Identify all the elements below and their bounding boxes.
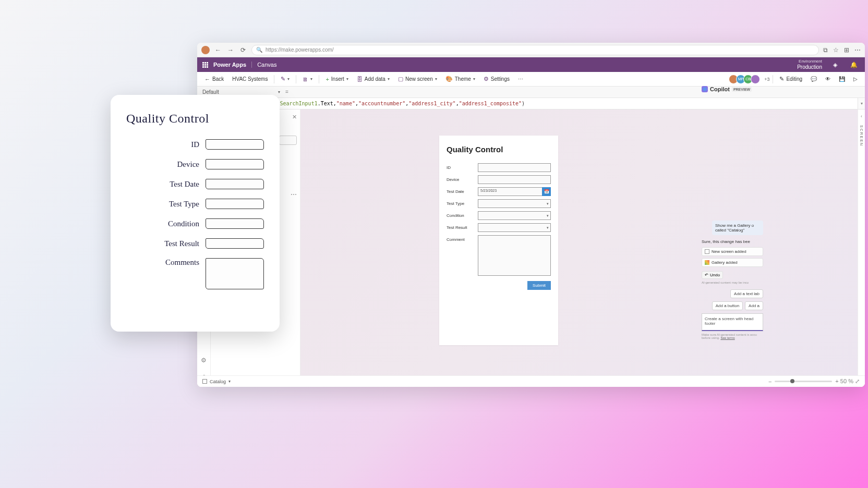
id-input[interactable] [478, 163, 551, 172]
see-terms-link[interactable]: See terms [720, 336, 734, 339]
expand-formula-icon[interactable]: ▾ [858, 98, 865, 109]
test-result-select[interactable]: ▾ [478, 223, 551, 232]
canvas[interactable]: Quality Control ID Device Test Date 5/23… [300, 109, 865, 375]
editing-mode[interactable]: ✎Editing [776, 72, 805, 86]
profile-avatar-icon[interactable] [201, 46, 210, 54]
refresh-icon[interactable]: ⟳ [239, 46, 247, 54]
file-name[interactable]: HVAC Systems [229, 72, 271, 86]
sketch-input [206, 218, 264, 229]
address-bar[interactable]: 🔍 https://make.powerapps.com/ [251, 45, 819, 55]
copilot-suggestions-2: Add a button Add a [702, 301, 763, 310]
comments-button[interactable]: 💬 [807, 72, 820, 86]
edit-button[interactable]: ✎▾ [278, 72, 293, 86]
publish-icon[interactable]: ◈ [829, 59, 841, 70]
condition-select[interactable]: ▾ [478, 211, 551, 220]
waffle-icon[interactable] [202, 62, 208, 68]
workspace: ⚙ ◐ ✕ ⋯ Quality Control ID Device Test D… [197, 109, 865, 387]
sketch-textarea [206, 258, 264, 289]
field-test-date: Test Date 5/23/2023 📅 [447, 187, 551, 196]
copilot-compose-input[interactable]: Create a screen with head footer [702, 313, 763, 331]
close-icon[interactable]: ✕ [292, 114, 297, 120]
field-device: Device [447, 175, 551, 184]
copilot-card-gallery[interactable]: Gallery added [702, 258, 763, 267]
insert-button[interactable]: +Insert▾ [322, 72, 351, 86]
submit-button[interactable]: Submit [527, 281, 551, 290]
arrow-left-icon: ← [204, 76, 210, 82]
device-input[interactable] [478, 175, 551, 184]
sketch-field-test-date: Test Date [126, 179, 264, 189]
field-comment: Comment [447, 235, 551, 276]
presence-avatars[interactable]: MP CB [731, 75, 760, 84]
calendar-icon[interactable]: 📅 [542, 187, 551, 196]
test-type-select[interactable]: ▾ [478, 199, 551, 208]
property-dropdown[interactable]: Default ▾ [202, 89, 283, 95]
save-button[interactable]: 💾 [836, 72, 848, 86]
formula-bar: fx ▾ Search([@Contacts], SearchInput1.Te… [197, 98, 865, 109]
expand-icon[interactable]: ⤢ [855, 378, 860, 384]
sketch-field-test-type: Test Type [126, 199, 264, 209]
tree-item-thumbnail[interactable] [279, 136, 297, 145]
more-icon[interactable]: ⋯ [854, 46, 861, 54]
overflow-button[interactable]: ⋯ [515, 72, 526, 86]
sketch-overlay: Quality Control ID Device Test Date Test… [111, 95, 280, 332]
separator [773, 75, 773, 83]
add-data-button[interactable]: 🗄Add data▾ [354, 72, 393, 86]
sketch-title: Quality Control [126, 112, 264, 126]
copilot-undo-button[interactable]: ↶Undo [702, 271, 723, 279]
comment-textarea[interactable] [478, 235, 551, 276]
page-button[interactable]: 🗎▾ [299, 72, 316, 86]
sketch-field-test-result: Test Result [126, 238, 264, 249]
zoom-slider[interactable] [775, 381, 832, 382]
right-rail-label: SCREEN [860, 125, 863, 147]
chevron-down-icon: ▾ [547, 226, 549, 230]
suggestion-chip[interactable]: Add a [745, 301, 763, 310]
form-title: Quality Control [447, 145, 551, 154]
notifications-icon[interactable]: 🔔 [848, 59, 860, 70]
environment-selector[interactable]: Environment Production [797, 59, 822, 70]
zoom-out-button[interactable]: − [768, 379, 771, 385]
new-screen-icon [705, 249, 709, 254]
copilot-reply: Sure, this change has bee [702, 239, 763, 244]
pencil-icon: ✎ [281, 76, 285, 82]
collections-icon[interactable]: ⊞ [844, 46, 849, 54]
avatar [751, 75, 760, 84]
theme-button[interactable]: 🎨Theme▾ [442, 72, 478, 86]
chevron-down-icon[interactable]: ▾ [228, 379, 231, 384]
settings-button[interactable]: ⚙Settings [480, 72, 513, 86]
suggestion-chip[interactable]: Add a text lab [730, 289, 763, 298]
back-arrow-icon[interactable]: ← [214, 46, 222, 54]
copilot-icon [702, 86, 708, 92]
pencil-icon: ✎ [779, 76, 784, 82]
play-icon: ▷ [853, 76, 858, 82]
play-button[interactable]: ▷ [850, 72, 861, 86]
test-date-input[interactable]: 5/23/2023 [478, 187, 542, 196]
new-screen-button[interactable]: ▢New screen▾ [395, 72, 440, 86]
settings-rail-icon[interactable]: ⚙ [200, 357, 208, 364]
copilot-card-new-screen[interactable]: New screen added [702, 247, 763, 256]
slider-thumb[interactable] [790, 379, 794, 383]
presence-more[interactable]: +3 [764, 77, 769, 82]
reading-icon[interactable]: ⧉ [823, 46, 828, 54]
right-rail[interactable]: ‹ SCREEN [858, 109, 865, 387]
sketch-field-condition: Condition [126, 218, 264, 229]
preview-button[interactable]: 👁 [822, 72, 834, 86]
favorite-icon[interactable]: ☆ [833, 46, 839, 54]
product-name: Power Apps [213, 62, 246, 68]
back-button[interactable]: ← Back [201, 72, 227, 86]
chevron-down-icon: ▾ [547, 202, 549, 206]
copilot-terms: Make sure AI-generated content is accu b… [702, 333, 763, 339]
chevron-left-icon[interactable]: ‹ [861, 114, 862, 119]
zoom-in-button[interactable]: + 50 % ⤢ [835, 378, 860, 385]
ellipsis-icon[interactable]: ⋯ [291, 191, 297, 198]
copilot-panel: Copilot PREVIEW Show me a Gallery o call… [702, 86, 763, 388]
data-icon: 🗄 [357, 76, 363, 82]
chevron-down-icon: ▾ [547, 214, 549, 218]
current-screen-name[interactable]: Catalog [210, 379, 226, 384]
suggestion-chip[interactable]: Add a button [712, 301, 743, 310]
copilot-suggestions: Add a text lab [702, 289, 763, 298]
sketch-field-comments: Comments [126, 258, 264, 289]
separator [319, 75, 319, 83]
forward-arrow-icon[interactable]: → [226, 46, 235, 54]
chevron-down-icon: ▾ [435, 77, 437, 81]
zoom-value: 50 [840, 378, 847, 384]
